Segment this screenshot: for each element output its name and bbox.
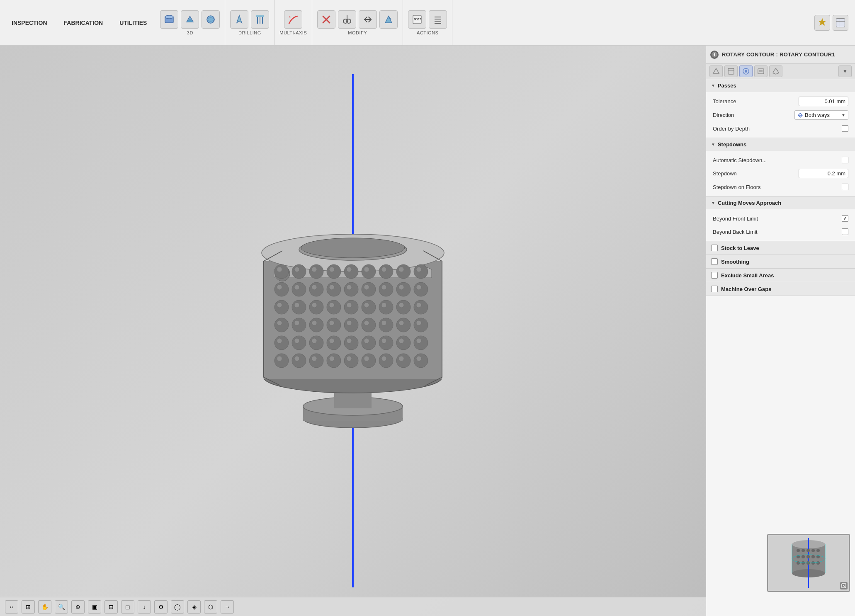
- actions-list-icon[interactable]: [429, 10, 447, 29]
- stepdowns-section: ▼ Stepdowns Automatic Stepdown... Stepdo…: [706, 138, 855, 196]
- stepdowns-header[interactable]: ▼ Stepdowns: [706, 138, 855, 151]
- modify-cut-icon[interactable]: [317, 10, 335, 29]
- svg-point-47: [277, 267, 282, 272]
- svg-point-125: [381, 338, 386, 343]
- stepdowns-title: Stepdowns: [718, 141, 746, 148]
- stepdown-floors-checkbox[interactable]: [842, 184, 848, 190]
- modify-tool-2-icon[interactable]: [338, 10, 356, 29]
- bt-minus-icon[interactable]: ⊟: [104, 600, 118, 614]
- svg-point-54: [399, 267, 404, 272]
- svg-point-58: [309, 282, 323, 296]
- exclude-small-areas-section[interactable]: Exclude Small Areas: [706, 269, 855, 282]
- bt-hand-icon[interactable]: ✋: [38, 600, 51, 614]
- smoothing-section[interactable]: Smoothing: [706, 255, 855, 269]
- exclude-small-areas-checkbox[interactable]: [711, 272, 718, 279]
- svg-point-96: [344, 318, 358, 332]
- stepdown-label: Stepdown: [713, 170, 799, 177]
- svg-point-45: [396, 264, 410, 279]
- bt-diamond-icon[interactable]: ◈: [187, 600, 201, 614]
- svg-point-82: [414, 300, 428, 314]
- svg-point-127: [416, 338, 421, 343]
- modify-arrows-icon[interactable]: [359, 10, 377, 29]
- svg-point-133: [362, 354, 376, 368]
- svg-point-143: [381, 356, 386, 361]
- viewport-3d[interactable]: ↔ ⊞ ✋ 🔍 ⊕ ▣ ⊟ ◻ ↓ ⚙ ◯ ◈ ⬡ →: [0, 46, 706, 616]
- svg-point-67: [312, 285, 317, 290]
- drilling-tool-1-icon[interactable]: [230, 10, 248, 29]
- machine-over-gaps-checkbox[interactable]: [711, 286, 718, 292]
- svg-point-131: [327, 354, 341, 368]
- stepdown-input[interactable]: 0.2 mm: [799, 169, 848, 178]
- svg-point-57: [292, 282, 306, 296]
- beyond-front-checkbox[interactable]: [842, 215, 848, 222]
- svg-point-109: [416, 320, 421, 325]
- svg-point-140: [329, 356, 334, 361]
- stock-to-leave-section[interactable]: Stock to Leave: [706, 241, 855, 255]
- multiaxis-tool-1-icon[interactable]: [284, 10, 302, 29]
- 3d-tool-2-icon[interactable]: [181, 10, 199, 29]
- svg-point-113: [327, 336, 341, 350]
- nav-inspection[interactable]: INSPECTION: [8, 18, 51, 28]
- svg-point-170: [802, 549, 805, 552]
- svg-point-173: [816, 549, 820, 552]
- header-tool-1-icon[interactable]: [814, 15, 830, 31]
- bt-frame-icon[interactable]: ▣: [88, 600, 101, 614]
- svg-point-177: [811, 555, 815, 558]
- smoothing-checkbox[interactable]: [711, 258, 718, 265]
- 3d-tool-1-icon[interactable]: [160, 10, 178, 29]
- order-by-depth-checkbox[interactable]: [842, 125, 848, 132]
- tolerance-input[interactable]: 0.01 mm: [799, 97, 848, 106]
- 3d-tool-3-icon[interactable]: [202, 10, 220, 29]
- passes-header[interactable]: ▼ Passes: [706, 79, 855, 92]
- svg-point-61: [362, 282, 376, 296]
- panel-tab-4-icon[interactable]: [754, 65, 768, 77]
- bt-zoom-icon[interactable]: 🔍: [55, 600, 68, 614]
- svg-point-59: [327, 282, 341, 296]
- panel-tab-5-icon[interactable]: [769, 65, 782, 77]
- bt-zoom2-icon[interactable]: ⊕: [71, 600, 85, 614]
- mini-preview-expand-icon[interactable]: [840, 582, 848, 589]
- direction-value: Both ways: [805, 112, 830, 118]
- bt-gear-icon[interactable]: ⚙: [154, 600, 168, 614]
- panel-header: ROTARY CONTOUR : ROTARY CONTOUR1: [706, 46, 855, 64]
- stepdowns-arrow-icon: ▼: [711, 142, 715, 147]
- svg-point-60: [344, 282, 358, 296]
- bt-square-icon[interactable]: ◻: [121, 600, 134, 614]
- auto-stepdown-checkbox[interactable]: [842, 157, 848, 163]
- stock-to-leave-checkbox[interactable]: [711, 245, 718, 251]
- bt-arrow-icon[interactable]: →: [221, 600, 234, 614]
- actions-g1g2-icon[interactable]: G1G2: [408, 10, 426, 29]
- direction-label: Direction: [713, 112, 794, 118]
- machine-over-gaps-section[interactable]: Machine Over Gaps: [706, 282, 855, 296]
- panel-tab-2-icon[interactable]: [724, 65, 738, 77]
- svg-point-78: [344, 300, 358, 314]
- panel-tab-expand-icon[interactable]: ▼: [838, 65, 852, 77]
- bt-grid-icon[interactable]: ⊞: [22, 600, 35, 614]
- drilling-tool-2-icon[interactable]: [251, 10, 269, 29]
- stock-to-leave-label: Stock to Leave: [721, 245, 759, 251]
- svg-point-105: [347, 320, 352, 325]
- direction-dropdown[interactable]: Both ways ▼: [794, 110, 848, 120]
- bt-hex-icon[interactable]: ⬡: [204, 600, 217, 614]
- svg-point-46: [414, 264, 428, 279]
- modify-tool-4-icon[interactable]: [379, 10, 398, 29]
- bt-down-icon[interactable]: ↓: [138, 600, 151, 614]
- bt-circle-icon[interactable]: ◯: [171, 600, 184, 614]
- svg-point-128: [274, 354, 289, 368]
- stepdown-floors-row: Stepdown on Floors: [706, 180, 855, 194]
- nav-fabrication[interactable]: FABRICATION: [61, 18, 107, 28]
- svg-point-79: [362, 300, 376, 314]
- svg-point-1: [165, 15, 173, 19]
- nav-utilities[interactable]: UTILITIES: [116, 18, 150, 28]
- svg-point-175: [802, 555, 805, 558]
- cutting-moves-header[interactable]: ▼ Cutting Moves Approach: [706, 196, 855, 209]
- svg-point-88: [364, 303, 369, 308]
- direction-icon: [797, 112, 803, 118]
- beyond-back-checkbox[interactable]: [842, 228, 848, 235]
- header-tool-2-icon[interactable]: [833, 15, 848, 31]
- bt-arrows-icon[interactable]: ↔: [5, 600, 18, 614]
- panel-tab-3-icon[interactable]: [739, 65, 753, 77]
- panel-tab-1-icon[interactable]: [709, 65, 723, 77]
- svg-point-100: [414, 318, 428, 332]
- panel-title: ROTARY CONTOUR : ROTARY CONTOUR1: [722, 51, 835, 58]
